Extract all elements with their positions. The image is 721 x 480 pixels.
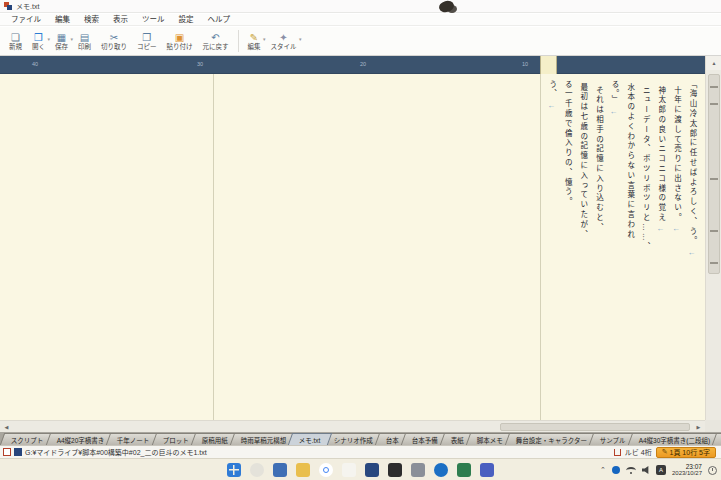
- hidden-icons-chevron-icon[interactable]: ⌃: [600, 466, 606, 474]
- tray-date: 2023/10/27: [672, 470, 702, 477]
- toolbar-button-icon: ▣: [175, 32, 184, 43]
- text-line: 神太郎の良いニコニコ様の覚え←: [653, 80, 669, 262]
- menu-item[interactable]: 設定: [172, 14, 201, 26]
- toolbar-button-icon: ✎: [250, 32, 258, 43]
- toolbar-button-label: 編集: [248, 43, 261, 51]
- document-tab-label: 舞台設定・キャラクター: [516, 435, 587, 445]
- speaker-icon[interactable]: [642, 466, 650, 474]
- toolbar-button[interactable]: ▤ 印刷 ▾: [73, 27, 96, 55]
- document-tab-label: 原稿用紙: [202, 435, 228, 445]
- horizontal-scrollbar[interactable]: ◀ ▶: [0, 420, 705, 432]
- toolbar-button[interactable]: ▦ 保存 ▾: [50, 27, 73, 55]
- toolbar-button-icon: ❐: [142, 32, 151, 43]
- menu-item[interactable]: ファイル: [4, 14, 48, 26]
- caret-position-value: 1頁 10行 5字: [670, 447, 710, 457]
- document-tab-label: 時雨草稿元構想: [241, 435, 287, 445]
- titlebar: メモ.txt: [0, 0, 721, 13]
- toolbar-button-icon: ❒: [34, 32, 43, 43]
- windows-taskbar: ⌃ A 23:07 2023/10/27: [0, 458, 721, 480]
- toolbar-button-icon: ▦: [57, 32, 66, 43]
- taskbar-app-icon[interactable]: [365, 463, 379, 477]
- vertical-text-content[interactable]: 「海山冷太郎に任せばよろしく、う。← 十年に渡して売りに出さない。← 神太郎の良…: [544, 80, 700, 262]
- text-line-chars: それは相手の記憶に入り込むと、: [594, 86, 603, 233]
- system-tray: ⌃ A 23:07 2023/10/27: [600, 459, 717, 480]
- ruler-column-number: 10: [522, 61, 528, 67]
- document-tab-label: 台本: [386, 435, 399, 445]
- taskbar-app-icon[interactable]: [227, 463, 241, 477]
- column-ruler[interactable]: 40 30 20 10: [0, 56, 705, 74]
- menu-item[interactable]: 検索: [77, 14, 106, 26]
- statusbar-right: ルビ 4桁 ✎ 1頁 10行 5字: [614, 447, 718, 458]
- tray-clock[interactable]: 23:07 2023/10/27: [672, 463, 702, 477]
- document-area[interactable]: 40 30 20 10 ∨ 「海山冷太郎に任せばよろしく、う。← 十年に渡して売…: [0, 56, 721, 432]
- toolbar-main-group: ❏ 新規 ▾ ❒ 開く ▾ ▦ 保存 ▾ ▤ 印刷: [4, 27, 234, 55]
- mouse-cursor: [437, 0, 459, 15]
- document-tab[interactable]: 舞台設定・キャラクター: [505, 433, 599, 445]
- toolbar-button[interactable]: ✂ 切り取り ▾: [96, 27, 132, 55]
- document-tab-label: サンプル: [600, 435, 626, 445]
- scroll-up-arrow-icon[interactable]: ▲: [706, 56, 721, 70]
- ruler-column-number: 30: [197, 61, 203, 67]
- taskbar-app-icon[interactable]: [250, 463, 264, 477]
- toolbar-right-group: ✎ 編集 ▾ ✦ スタイル ▾: [243, 27, 302, 55]
- toolbar-button[interactable]: ❏ 新規 ▾: [4, 27, 27, 55]
- toolbar-button-icon: ▤: [80, 32, 89, 43]
- document-tab-label: A4縦20字横書き: [56, 435, 104, 445]
- wifi-icon[interactable]: [626, 467, 636, 474]
- toolbar-button[interactable]: ✦ スタイル ▾: [266, 27, 302, 55]
- toolbar-button[interactable]: ✎ 編集 ▾: [243, 27, 266, 55]
- document-tab-label: プロット: [163, 435, 189, 445]
- document-mode-icon[interactable]: [14, 448, 22, 456]
- toolbar-button-icon: ↶: [211, 32, 219, 43]
- toolbar-button-label: 保存: [55, 43, 68, 51]
- toolbar-button[interactable]: ❐ コピー ▾: [132, 27, 162, 55]
- ruler-column-number: 40: [32, 61, 38, 67]
- newline-mark: ←: [610, 107, 619, 116]
- taskbar-app-icon[interactable]: [273, 463, 287, 477]
- app-window: メモ.txt ファイル 編集 検索 表示 ツール 設定 ヘルプ ❏ 新規 ▾: [0, 0, 721, 480]
- taskbar-app-icon[interactable]: [296, 463, 310, 477]
- ruby-setting-label: ルビ 4桁: [625, 447, 652, 457]
- taskbar-app-icon[interactable]: [388, 463, 402, 477]
- document-tab[interactable]: A4縦20字横書き: [45, 433, 115, 445]
- vertical-scrollbar[interactable]: ▲: [705, 56, 721, 432]
- document-tab[interactable]: A4縦30字横書き(二段組): [628, 433, 721, 445]
- document-tab-label: スクリプト: [11, 435, 44, 445]
- text-line: 水本のよくわからない言葉に言われ←: [622, 80, 638, 262]
- text-line-chars: う、: [548, 80, 557, 100]
- newline-mark: ←: [688, 248, 697, 257]
- scrollbar-mark: [710, 86, 718, 88]
- taskbar-app-icon[interactable]: [457, 463, 471, 477]
- taskbar-app-icon[interactable]: [319, 463, 333, 477]
- caret-position-chip[interactable]: ✎ 1頁 10行 5字: [656, 447, 716, 458]
- document-tab-label: 台本予備: [412, 435, 438, 445]
- toolbar-button[interactable]: ↶ 元に戻す ▾: [198, 27, 234, 55]
- menu-item[interactable]: 編集: [48, 14, 77, 26]
- toolbar-separator: [238, 30, 239, 52]
- scrollbar-mark: [710, 178, 718, 180]
- ime-indicator[interactable]: A: [656, 465, 666, 475]
- onedrive-icon[interactable]: [612, 466, 620, 474]
- document-tab-label: 千年ノート: [117, 435, 149, 445]
- text-line-chars: 水本のよくわからない言葉に言われ: [626, 83, 635, 240]
- taskbar-app-icon[interactable]: [434, 463, 448, 477]
- text-line-chars: 十年に渡して売りに出さない。: [672, 86, 681, 223]
- horizontal-scrollbar-thumb[interactable]: [500, 423, 690, 431]
- menu-item[interactable]: ツール: [135, 14, 172, 26]
- document-tab[interactable]: メモ.txt: [288, 433, 332, 445]
- toolbar-button-icon: ❏: [11, 32, 20, 43]
- toolbar-button[interactable]: ❒ 開く ▾: [27, 27, 50, 55]
- text-line: 最初は七歳の記憶に入っていたが、←: [575, 80, 591, 262]
- notification-icon[interactable]: [708, 466, 717, 475]
- pencil-icon: ✎: [662, 448, 668, 456]
- tray-time: 23:07: [672, 463, 702, 470]
- taskbar-app-icon[interactable]: [342, 463, 356, 477]
- taskbar-app-icon[interactable]: [411, 463, 425, 477]
- page-separator: [213, 74, 214, 420]
- menu-item[interactable]: 表示: [106, 14, 135, 26]
- taskbar-app-icon[interactable]: [480, 463, 494, 477]
- toolbar-button[interactable]: ▣ 貼り付け ▾: [162, 27, 198, 55]
- text-line: る。」←: [606, 80, 622, 262]
- menu-item[interactable]: ヘルプ: [201, 14, 238, 26]
- orientation-icon[interactable]: [3, 448, 11, 456]
